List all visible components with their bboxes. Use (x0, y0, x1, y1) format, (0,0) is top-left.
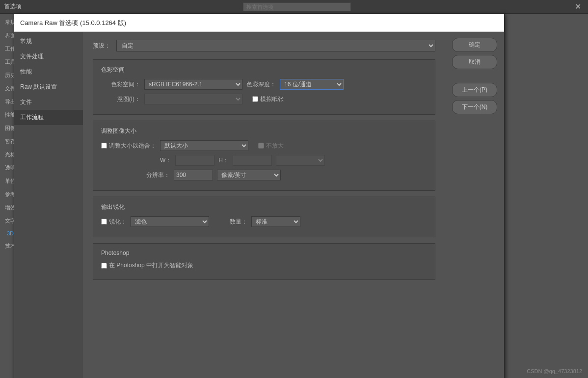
sharpen-checkbox[interactable] (101, 219, 107, 225)
color-space-title: 色彩空间 (101, 66, 427, 74)
resize-checkbox[interactable] (101, 143, 107, 149)
resolution-unit-select[interactable]: 像素/英寸 (217, 170, 281, 180)
nav-item-workflow[interactable]: 工作流程 (14, 110, 83, 125)
h-label: H： (218, 156, 229, 165)
close-button[interactable]: ✕ (572, 1, 584, 12)
confirm-button[interactable]: 确定 (452, 38, 497, 52)
watermark: CSDN @qq_47323812 (527, 368, 582, 374)
smart-object-container: 在 Photoshop 中打开为智能对象 (101, 261, 193, 270)
sharpen-checkbox-container: 锐化： (101, 218, 127, 226)
resize-checkbox-container: 调整大小以适合： (101, 142, 156, 150)
simulate-paper-checkbox[interactable] (252, 96, 258, 102)
dialog-title: Camera Raw 首选项 (15.0.0.1264 版) (20, 19, 126, 27)
dialog-buttons: 确定 取消 上一个(P) 下一个(N) (445, 32, 504, 378)
dialog-body: 常规 文件处理 性能 Raw 默认设置 文件 工作流程 预设： 自定 (14, 32, 504, 378)
intent-label: 意图(I)： (101, 95, 140, 103)
resize-size-select[interactable]: 默认大小 (160, 140, 248, 151)
no-enlarge-label: 不放大 (258, 142, 284, 150)
size-unit-select[interactable] (276, 155, 325, 166)
nav-item-performance[interactable]: 性能 (14, 64, 83, 79)
sharpening-section: 输出锐化 锐化： 滤色 数量： 标准 (93, 197, 435, 237)
nav-item-file[interactable]: 文件 (14, 95, 83, 110)
width-input[interactable] (175, 155, 214, 166)
color-space-label: 色彩空间： (101, 80, 140, 89)
w-label: W： (160, 156, 171, 165)
outer-titlebar-title: 首选项 (4, 2, 22, 11)
resize-row: 调整大小以适合： 默认大小 不放大 (101, 140, 427, 151)
outer-window: 首选项 ✕ 常规 界面 工作 工具 历史 文件 导出 性能 图像 暂存 光标 透… (0, 0, 588, 378)
nav-item-raw-defaults[interactable]: Raw 默认设置 (14, 79, 83, 95)
sharpening-title: 输出锐化 (101, 203, 427, 211)
height-input[interactable] (233, 155, 272, 166)
preset-row: 预设： 自定 (93, 40, 435, 51)
nav-panel: 常规 文件处理 性能 Raw 默认设置 文件 工作流程 (14, 32, 83, 378)
resolution-label: 分辨率： (131, 171, 170, 179)
no-enlarge-checkbox[interactable] (258, 143, 264, 149)
simulate-paper-label: 模拟纸张 (252, 95, 284, 103)
preset-select[interactable]: 自定 (116, 40, 435, 51)
content-area: 预设： 自定 色彩空间 色彩空间： sRGB IEC61966-2.1 (83, 32, 445, 378)
sharpening-row: 锐化： 滤色 数量： 标准 (101, 216, 427, 227)
outer-titlebar: 首选项 ✕ (0, 0, 588, 14)
dialog-box: Camera Raw 首选项 (15.0.0.1264 版) 常规 文件处理 性… (14, 14, 505, 378)
photoshop-section: Photoshop 在 Photoshop 中打开为智能对象 (93, 243, 435, 280)
search-input[interactable] (243, 2, 351, 11)
color-depth-select[interactable]: 16 位/通道 (280, 79, 344, 90)
nav-item-general[interactable]: 常规 (14, 34, 83, 49)
cancel-button[interactable]: 取消 (452, 55, 497, 69)
prev-button[interactable]: 上一个(P) (452, 83, 497, 97)
preset-label: 预设： (93, 42, 112, 50)
intent-select[interactable] (144, 94, 242, 104)
photoshop-title: Photoshop (101, 250, 427, 256)
color-space-row: 色彩空间： sRGB IEC61966-2.1 色彩深度： 16 位/通道 (101, 79, 427, 90)
resolution-input[interactable] (174, 170, 213, 180)
nav-item-file-handling[interactable]: 文件处理 (14, 49, 83, 64)
smart-object-checkbox[interactable] (101, 263, 107, 269)
amount-label: 数量： (223, 218, 247, 226)
resize-section: 调整图像大小 调整大小以适合： 默认大小 不放大 (93, 121, 435, 191)
wh-row: W： H： (101, 155, 427, 166)
next-button[interactable]: 下一个(N) (452, 100, 497, 114)
color-space-select[interactable]: sRGB IEC61966-2.1 (144, 79, 242, 90)
resolution-row: 分辨率： 像素/英寸 (101, 170, 427, 180)
intent-row: 意图(I)： 模拟纸张 (101, 94, 427, 104)
dialog-titlebar: Camera Raw 首选项 (15.0.0.1264 版) (14, 14, 504, 32)
amount-select[interactable]: 标准 (251, 216, 300, 227)
color-space-section: 色彩空间 色彩空间： sRGB IEC61966-2.1 色彩深度： 16 位/… (93, 59, 435, 115)
sharpen-type-select[interactable]: 滤色 (131, 216, 209, 227)
color-depth-label: 色彩深度： (246, 80, 276, 89)
smart-object-row: 在 Photoshop 中打开为智能对象 (101, 261, 427, 270)
resize-title: 调整图像大小 (101, 127, 427, 135)
